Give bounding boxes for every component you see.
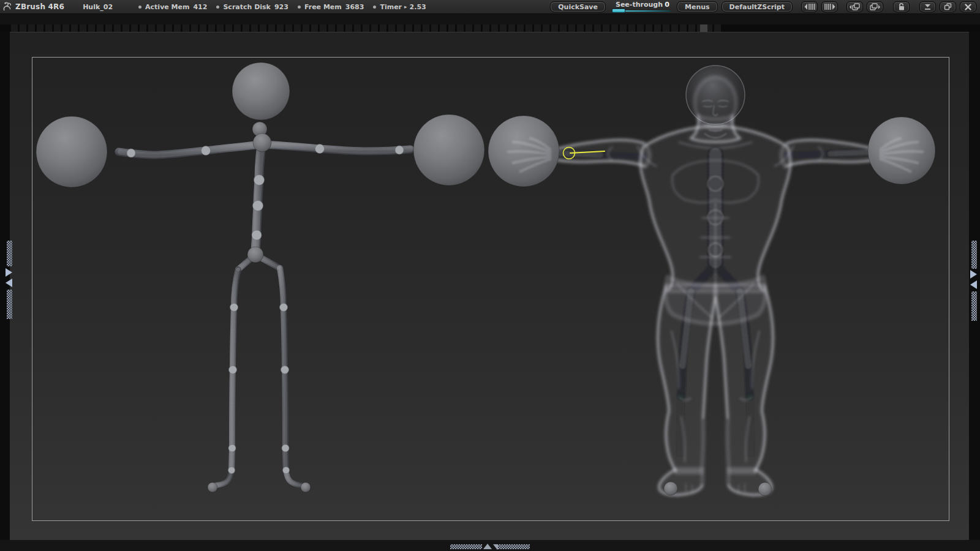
see-through-mesh-figure[interactable]	[488, 66, 935, 496]
zsphere-chest-root[interactable]	[253, 133, 271, 152]
zsphere-left-toe[interactable]	[208, 482, 217, 492]
zsphere-right-hand[interactable]	[413, 114, 484, 186]
sculpt-scene[interactable]	[0, 0, 980, 551]
zsphere-right-toe[interactable]	[301, 482, 311, 492]
zsphere-armature-figure[interactable]	[36, 62, 484, 492]
zsphere-head-shell[interactable]	[686, 66, 745, 124]
zsphere-left-hand[interactable]	[36, 116, 107, 187]
armature-joint-rings[interactable]	[127, 144, 404, 474]
zsphere-mesh-left-toe[interactable]	[664, 482, 677, 495]
zsphere-mesh-right-toe[interactable]	[758, 482, 772, 496]
zsphere-head[interactable]	[232, 62, 290, 120]
zsphere-pelvis[interactable]	[247, 247, 263, 263]
ghost-body[interactable]	[549, 77, 881, 495]
armature-rib-texture	[119, 144, 410, 485]
